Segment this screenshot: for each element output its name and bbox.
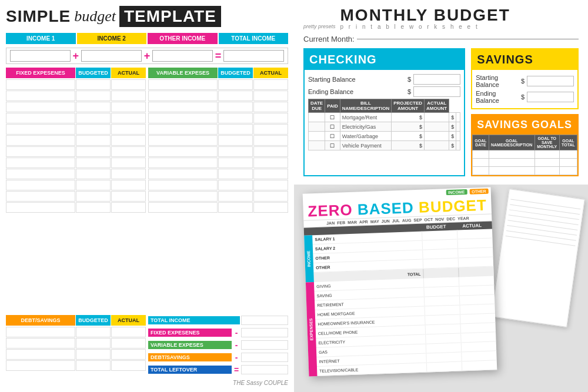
- checking-ending-label: Ending Balance: [308, 88, 405, 95]
- tv-label: TELEVISION/CABLE: [317, 366, 426, 373]
- savings-starting-row: Starting Balance $: [476, 74, 574, 88]
- minus-icon-3: -: [233, 353, 240, 362]
- other2-actual[interactable]: [458, 257, 493, 267]
- total-income-input[interactable]: [241, 316, 288, 325]
- savings-ending-input[interactable]: [527, 92, 574, 102]
- right-panel: pretty presets MONTHLY BUDGET p r i n t …: [294, 0, 588, 392]
- electricity-actual[interactable]: [460, 332, 496, 342]
- checking-title: CHECKING: [309, 53, 377, 66]
- table-row: [148, 124, 288, 135]
- income-1-input[interactable]: [10, 50, 71, 62]
- month-aug[interactable]: AUG: [402, 218, 412, 223]
- retirement-budget[interactable]: [424, 296, 459, 306]
- internet-actual[interactable]: [461, 351, 496, 361]
- cellphone-budget[interactable]: [425, 324, 460, 334]
- internet-label: INTERNET: [317, 356, 426, 364]
- income-input-row: + + =: [6, 48, 288, 64]
- debt-savings-label: DEBT/SAVINGS: [6, 315, 75, 326]
- variable-actual-label: ACTUAL: [253, 68, 288, 78]
- other1-actual[interactable]: [457, 247, 493, 257]
- savings-box: SAVINGS Starting Balance $ Ending Balanc…: [471, 48, 579, 109]
- variable-summary-label: VARIABLE EXPESES: [148, 341, 232, 349]
- cellphone-label: CELL/HOME PHONE: [316, 328, 425, 336]
- income-other-input[interactable]: [152, 50, 213, 62]
- current-month-row: Current Month:: [303, 35, 579, 43]
- month-dec[interactable]: DEC: [446, 217, 455, 222]
- table-row: [148, 180, 288, 190]
- income-2-input[interactable]: [81, 50, 142, 62]
- col-section: [306, 228, 324, 234]
- insurance-actual[interactable]: [460, 313, 495, 323]
- retirement-label: RETIREMENT: [315, 300, 424, 307]
- income-total-input[interactable]: [223, 50, 284, 62]
- savings-starting-input[interactable]: [527, 76, 574, 86]
- month-year[interactable]: YEAR: [457, 216, 469, 221]
- other2-budget[interactable]: [423, 259, 458, 269]
- bottom-area: INCOME OTHER ZERO BASED BUDGET JAN FEB M…: [294, 185, 588, 392]
- fixed-summary-input[interactable]: [241, 328, 288, 337]
- salary1-label: SALARY 1: [312, 234, 422, 242]
- month-may[interactable]: MAY: [370, 219, 379, 224]
- table-row: [6, 79, 146, 90]
- fixed-expenses-label: FIXED EXPESENES: [6, 68, 75, 78]
- month-feb[interactable]: FEB: [337, 220, 345, 225]
- table-row: [6, 191, 146, 202]
- month-jan[interactable]: JAN: [326, 221, 335, 225]
- salary1-budget[interactable]: [422, 230, 457, 240]
- giving-budget[interactable]: [423, 277, 459, 287]
- savings-header: SAVINGS: [472, 49, 577, 70]
- salary2-budget[interactable]: [422, 240, 457, 250]
- savings-ending-label: Ending Balance: [476, 90, 519, 104]
- salary1-actual[interactable]: [457, 229, 492, 239]
- mortgage-budget[interactable]: [424, 305, 459, 315]
- saving-actual[interactable]: [459, 285, 494, 295]
- insurance-budget[interactable]: [425, 314, 460, 324]
- month-mar[interactable]: MAR: [348, 220, 357, 225]
- table-row: [148, 169, 288, 179]
- month-jul[interactable]: JUL: [392, 219, 400, 223]
- expense-rows: GIVING SAVING RETIREMENT: [314, 276, 497, 376]
- savings-starting-dollar: $: [521, 78, 524, 85]
- giving-actual[interactable]: [459, 276, 494, 286]
- table-row: [473, 159, 577, 167]
- month-apr[interactable]: APR: [359, 220, 368, 225]
- checking-ending-input[interactable]: [413, 86, 460, 97]
- paper-line: [507, 220, 577, 230]
- electricity-budget[interactable]: [425, 333, 460, 343]
- debt-summary-input[interactable]: [241, 353, 288, 362]
- monthly-budget-subtitle: p r i n t a b l e w o r k s h e e t: [340, 24, 510, 30]
- table-row: [6, 102, 146, 112]
- retirement-actual[interactable]: [459, 294, 495, 304]
- calculation-section: TOTAL INCOME FIXED EXPESENES - VARIABLE …: [148, 315, 288, 375]
- gas-budget[interactable]: [426, 343, 461, 353]
- fixed-summary-label: FIXED EXPESENES: [148, 329, 232, 337]
- monthly-budget-section: pretty presets MONTHLY BUDGET p r i n t …: [294, 0, 588, 185]
- month-oct[interactable]: OCT: [424, 217, 433, 222]
- checking-starting-label: Starting Balance: [308, 76, 405, 83]
- other1-budget[interactable]: [422, 249, 457, 259]
- variable-summary-input[interactable]: [241, 340, 288, 350]
- attribution-text: THE Sassy COUPLE: [6, 380, 288, 386]
- equals-icon-2: =: [233, 365, 240, 374]
- sg-col-monthly: GOAL TO SAVE MONTHLY: [534, 135, 559, 150]
- variable-summary-row: VARIABLE EXPESES -: [148, 340, 288, 350]
- expenses-section: EXPENSES GIVING SAVING RETIREMENT: [306, 276, 497, 376]
- savings-body: Starting Balance $ Ending Balance $: [472, 70, 577, 108]
- table-row: [6, 180, 146, 190]
- internet-budget[interactable]: [426, 352, 461, 362]
- tv-budget[interactable]: [426, 361, 462, 371]
- month-sep[interactable]: SEP: [413, 218, 422, 222]
- month-nov[interactable]: NOV: [435, 217, 444, 222]
- checking-starting-input[interactable]: [413, 74, 460, 85]
- table-row: [6, 113, 146, 123]
- gas-actual[interactable]: [461, 341, 496, 351]
- saving-budget[interactable]: [423, 287, 459, 297]
- leftover-input[interactable]: [241, 365, 288, 374]
- month-jun[interactable]: JUN: [382, 219, 390, 223]
- table-row: [6, 135, 146, 146]
- salary2-actual[interactable]: [457, 238, 493, 248]
- cellphone-actual[interactable]: [460, 323, 496, 333]
- mortgage-actual[interactable]: [459, 304, 495, 314]
- tv-actual[interactable]: [462, 360, 497, 370]
- bills-col-projected: PROJECTED AMOUNT: [392, 99, 425, 113]
